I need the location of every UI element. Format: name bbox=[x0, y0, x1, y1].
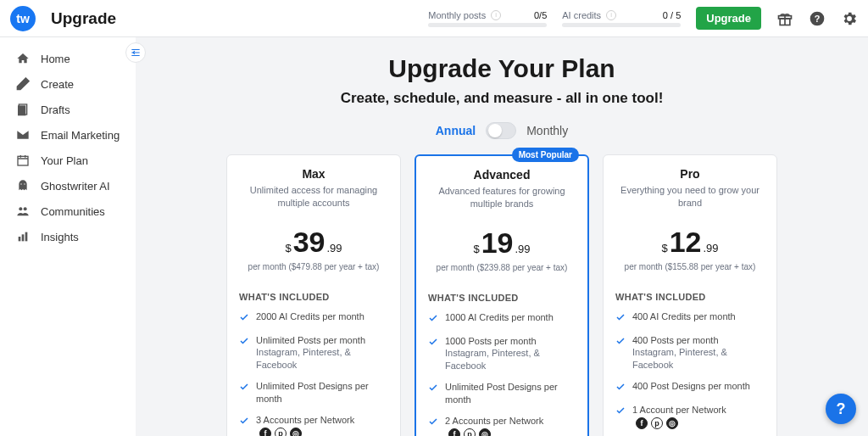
sidebar-item-email-marketing[interactable]: Email Marketing bbox=[0, 122, 136, 148]
home-icon bbox=[15, 51, 31, 66]
check-icon bbox=[615, 405, 626, 419]
main-content: Upgrade Your Plan Create, schedule, and … bbox=[136, 37, 868, 436]
plan-icon bbox=[15, 153, 31, 168]
svg-point-8 bbox=[24, 207, 27, 210]
check-icon bbox=[239, 312, 249, 326]
sidebar-item-home[interactable]: Home bbox=[0, 46, 136, 71]
ghost-icon bbox=[15, 178, 31, 193]
plan-description: Unlimited access for managing multiple a… bbox=[239, 184, 388, 210]
check-icon bbox=[615, 312, 626, 326]
app-logo[interactable]: tw bbox=[10, 6, 36, 31]
sidebar-item-ghostwriter-ai[interactable]: Ghostwriter AI bbox=[0, 173, 136, 198]
pinterest-icon: p bbox=[651, 417, 663, 429]
check-icon bbox=[239, 336, 249, 349]
plan-feature: Unlimited Post Designs per month bbox=[428, 381, 576, 406]
meter-value: 0/5 bbox=[534, 10, 547, 20]
check-icon bbox=[239, 416, 249, 429]
pinterest-icon: p bbox=[275, 428, 287, 436]
plan-name: Advanced bbox=[428, 168, 576, 182]
sidebar: Home Create Drafts Email Marketing Your … bbox=[0, 37, 136, 436]
billing-period-toggle: Annual Monthly bbox=[180, 122, 824, 139]
period-toggle[interactable] bbox=[486, 122, 516, 139]
community-icon bbox=[15, 204, 31, 219]
info-icon[interactable]: i bbox=[491, 10, 501, 20]
plan-feature: 400 Post Designs per month bbox=[615, 380, 765, 395]
facebook-icon: f bbox=[259, 428, 271, 436]
gear-icon[interactable] bbox=[841, 10, 858, 27]
check-icon bbox=[428, 337, 438, 350]
sidebar-item-drafts[interactable]: Drafts bbox=[0, 97, 136, 122]
plan-price: $ 19 .99 bbox=[428, 226, 576, 260]
meter-label: Monthly posts bbox=[428, 10, 486, 20]
svg-rect-9 bbox=[19, 237, 21, 241]
insights-icon bbox=[15, 229, 31, 244]
sidebar-item-create[interactable]: Create bbox=[0, 71, 136, 97]
plan-feature: Unlimited Post Designs per month bbox=[239, 380, 388, 405]
plan-card-pro: Pro Everything you need to grow your bra… bbox=[603, 154, 777, 436]
main-subtitle: Create, schedule, and measure - all in o… bbox=[180, 90, 824, 107]
page-title: Upgrade bbox=[51, 9, 116, 28]
plan-feature: 400 Posts per monthInstagram, Pinterest,… bbox=[615, 334, 765, 372]
svg-rect-6 bbox=[18, 156, 28, 165]
email-icon bbox=[15, 127, 31, 143]
meter-value: 0 / 5 bbox=[663, 10, 681, 20]
sidebar-item-label: Create bbox=[41, 78, 74, 91]
plan-price: $ 39 .99 bbox=[239, 226, 388, 259]
svg-rect-10 bbox=[22, 234, 25, 241]
period-annual-label[interactable]: Annual bbox=[436, 124, 476, 137]
help-icon[interactable]: ? bbox=[809, 10, 826, 27]
most-popular-badge: Most Popular bbox=[512, 148, 579, 162]
plan-price-note: per month ($155.88 per year + tax) bbox=[615, 262, 765, 271]
svg-rect-5 bbox=[18, 105, 25, 115]
check-icon bbox=[428, 313, 438, 327]
sidebar-item-your-plan[interactable]: Your Plan bbox=[0, 148, 136, 173]
header-bar: tw Upgrade Monthly posts i 0/5 AI credit… bbox=[0, 0, 868, 37]
plans-container: Max Unlimited access for managing multip… bbox=[180, 154, 824, 436]
whats-included-label: WHAT'S INCLUDED bbox=[239, 292, 388, 302]
gift-icon[interactable] bbox=[776, 10, 793, 27]
period-monthly-label[interactable]: Monthly bbox=[526, 124, 568, 137]
plan-description: Advanced features for growing multiple b… bbox=[428, 185, 576, 211]
svg-text:?: ? bbox=[815, 14, 821, 24]
check-icon bbox=[428, 383, 438, 396]
network-icons: f p ◎ bbox=[448, 428, 491, 436]
check-icon bbox=[428, 416, 438, 430]
sidebar-collapse-button[interactable] bbox=[125, 42, 146, 63]
sidebar-item-label: Communities bbox=[41, 205, 105, 218]
plan-description: Everything you need to grow your brand bbox=[615, 184, 765, 210]
sidebar-item-label: Insights bbox=[41, 231, 79, 243]
plan-card-advanced: Most Popular Advanced Advanced features … bbox=[415, 154, 589, 436]
instagram-icon: ◎ bbox=[290, 428, 302, 436]
plan-name: Pro bbox=[615, 167, 765, 181]
whats-included-label: WHAT'S INCLUDED bbox=[428, 293, 576, 303]
check-icon bbox=[615, 382, 626, 395]
plan-name: Max bbox=[239, 167, 388, 181]
sidebar-item-label: Ghostwriter AI bbox=[41, 180, 110, 193]
plan-feature: 1000 AI Credits per month bbox=[428, 311, 576, 327]
help-fab[interactable]: ? bbox=[826, 394, 856, 424]
plan-feature: 3 Accounts per Network f p ◎ bbox=[239, 414, 388, 436]
sidebar-item-label: Your Plan bbox=[41, 154, 88, 167]
facebook-icon: f bbox=[448, 428, 460, 436]
network-icons: f p ◎ bbox=[259, 428, 302, 436]
plan-feature: 1000 Posts per monthInstagram, Pinterest… bbox=[428, 335, 576, 373]
plan-feature: 2 Accounts per Network f p ◎ bbox=[428, 415, 576, 436]
plan-feature: Unlimited Posts per monthInstagram, Pint… bbox=[239, 334, 388, 372]
upgrade-button[interactable]: Upgrade bbox=[696, 7, 761, 30]
facebook-icon: f bbox=[636, 417, 648, 429]
svg-point-7 bbox=[19, 207, 22, 210]
sidebar-item-label: Drafts bbox=[41, 103, 70, 116]
instagram-icon: ◎ bbox=[666, 417, 678, 429]
plan-price-note: per month ($479.88 per year + tax) bbox=[239, 262, 388, 271]
check-icon bbox=[615, 336, 626, 349]
check-icon bbox=[239, 382, 249, 395]
network-icons: f p ◎ bbox=[636, 417, 678, 429]
info-icon[interactable]: i bbox=[606, 10, 616, 20]
sidebar-item-label: Home bbox=[41, 53, 70, 65]
drafts-icon bbox=[15, 102, 31, 117]
plan-feature: 2000 AI Credits per month bbox=[239, 310, 388, 326]
main-title: Upgrade Your Plan bbox=[180, 54, 824, 83]
sidebar-item-communities[interactable]: Communities bbox=[0, 198, 136, 224]
sidebar-item-insights[interactable]: Insights bbox=[0, 224, 136, 249]
instagram-icon: ◎ bbox=[479, 428, 491, 436]
